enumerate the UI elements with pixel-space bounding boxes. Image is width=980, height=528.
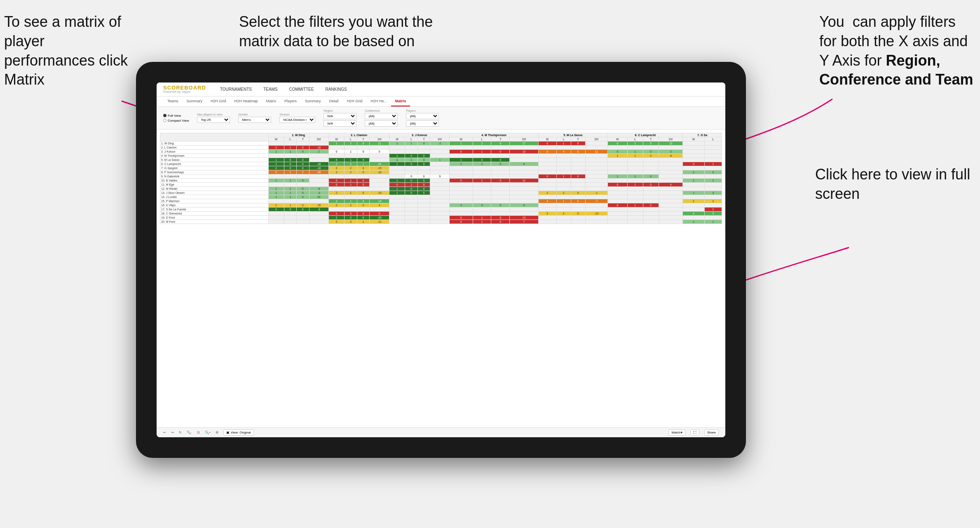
matrix-area[interactable]: 1. W Ding 2. L Clanton 3. J Koivun 4. M … <box>157 130 725 427</box>
matrix-cell: 0 <box>370 212 389 216</box>
matrix-cell: 0 <box>357 216 370 220</box>
radio-compact-view[interactable]: Compact View <box>163 119 189 123</box>
tab-detail[interactable]: Detail <box>325 97 343 106</box>
table-row: 14. J Lundin11010 <box>160 195 722 199</box>
matrix-cell: 1 <box>608 174 628 179</box>
matrix-cell: 1 <box>389 187 405 191</box>
matrix-cell <box>328 195 344 199</box>
tab-h2h-grid-2[interactable]: H2H Grid <box>343 97 367 106</box>
matrix-cell: -10 <box>585 212 608 216</box>
matrix-cell <box>297 141 309 146</box>
player-name-cell: 16. K Vilips <box>160 203 269 207</box>
matrix-cell <box>405 170 417 174</box>
matrix-cell <box>389 150 405 154</box>
region-select-2[interactable]: N/A <box>324 120 356 127</box>
tab-matrix-1[interactable]: Matrix <box>262 97 281 106</box>
matrix-cell: 1 <box>345 179 357 183</box>
nav-committee[interactable]: COMMITTEE <box>287 86 315 92</box>
tab-players[interactable]: Players <box>280 97 301 106</box>
region-select[interactable]: N/A <box>324 113 356 119</box>
conference-select[interactable]: (All) <box>365 113 398 119</box>
matrix-cell: 1 <box>450 158 473 162</box>
players-select[interactable]: (All) <box>406 113 439 119</box>
toolbar-undo[interactable]: ↩ <box>163 431 166 434</box>
matrix-cell <box>405 203 417 207</box>
matrix-cell: 2 <box>538 212 556 216</box>
toolbar-zoom-fit[interactable]: ⊡ <box>197 431 200 434</box>
matrix-cell <box>608 179 628 183</box>
matrix-cell <box>683 158 704 162</box>
player-name-cell: 3. J Koivun <box>160 150 269 154</box>
fullscreen-btn[interactable]: ⛶ <box>690 429 699 436</box>
matrix-cell <box>370 174 389 179</box>
matrix-cell <box>389 207 405 212</box>
matrix-cell <box>704 183 722 187</box>
tab-h2h-heatmap[interactable]: H2H Heatmap <box>230 97 262 106</box>
matrix-cell <box>405 216 417 220</box>
matrix-cell <box>571 166 585 170</box>
matrix-cell <box>491 207 510 212</box>
matrix-cell <box>450 146 473 150</box>
sh-7-w: W <box>683 137 704 141</box>
max-players-select[interactable]: Top 25 <box>197 117 230 123</box>
tab-summary-2[interactable]: Summary <box>301 97 325 106</box>
division-select[interactable]: NCAA Division I <box>279 117 315 123</box>
toolbar-zoom-out[interactable]: 🔍- <box>187 431 192 434</box>
nav-tournaments[interactable]: TOURNAMENTS <box>218 86 253 92</box>
view-original-btn[interactable]: ▣ View: Original <box>223 429 253 436</box>
tab-summary-1[interactable]: Summary <box>183 97 207 106</box>
sh-5-w: W <box>538 137 556 141</box>
sh-6-t: T <box>643 137 659 141</box>
matrix-cell <box>417 150 430 154</box>
matrix-cell <box>608 146 628 150</box>
matrix-cell <box>585 141 608 146</box>
matrix-cell: 0 <box>643 150 659 154</box>
matrix-cell <box>389 212 405 216</box>
tab-teams[interactable]: Teams <box>163 97 183 106</box>
tab-h2h-he[interactable]: H2H He... <box>366 97 391 106</box>
matrix-cell: 1 <box>627 203 643 207</box>
share-btn[interactable]: Share <box>704 429 719 436</box>
watch-btn[interactable]: Watch▾ <box>668 429 685 436</box>
matrix-cell <box>473 191 491 195</box>
player-name-cell: 13. J Skov Olesen <box>160 191 269 195</box>
matrix-cell: -16 <box>370 170 389 174</box>
conference-select-2[interactable]: (All) <box>365 120 398 127</box>
matrix-cell <box>659 170 683 174</box>
toolbar-redo[interactable]: ↪ <box>171 431 174 434</box>
toolbar-refresh[interactable]: ↻ <box>179 431 182 434</box>
conference-label: Conference <box>365 109 398 112</box>
matrix-cell <box>389 146 405 150</box>
matrix-cell: 4 <box>683 212 704 216</box>
matrix-cell <box>556 170 571 174</box>
sh-5-l: L <box>556 137 571 141</box>
matrix-cell: 1 <box>473 150 491 154</box>
tab-h2h-grid[interactable]: H2H Grid <box>206 97 230 106</box>
matrix-cell <box>556 154 571 158</box>
nav-rankings[interactable]: RANKINGS <box>324 86 348 92</box>
matrix-cell: 0 <box>450 220 473 224</box>
nav-teams[interactable]: TEAMS <box>262 86 279 92</box>
matrix-cell <box>284 220 296 224</box>
matrix-cell: 1 <box>556 174 571 179</box>
players-select-2[interactable]: (All) <box>406 120 439 127</box>
matrix-cell <box>430 220 450 224</box>
matrix-cell: 1 <box>268 191 284 195</box>
toolbar-zoom-in[interactable]: 🔍+ <box>205 431 211 434</box>
matrix-cell <box>643 146 659 150</box>
region-label: Region <box>324 109 356 112</box>
matrix-cell: 0 <box>417 187 430 191</box>
matrix-cell: 0 <box>405 191 417 195</box>
player-name-cell: 20. M Ford <box>160 220 269 224</box>
tab-matrix-active[interactable]: Matrix <box>391 97 410 106</box>
matrix-cell: 5 <box>268 170 284 174</box>
sh-3-t: T <box>417 137 430 141</box>
radio-full-view[interactable]: Full View <box>163 114 189 118</box>
matrix-cell <box>450 154 473 158</box>
toolbar-settings[interactable]: ⚙ <box>216 431 218 434</box>
gender-select[interactable]: Men's <box>238 117 271 123</box>
matrix-cell <box>659 162 683 166</box>
matrix-cell: 0 <box>491 216 510 220</box>
matrix-cell <box>268 212 284 216</box>
matrix-cell <box>328 146 344 150</box>
